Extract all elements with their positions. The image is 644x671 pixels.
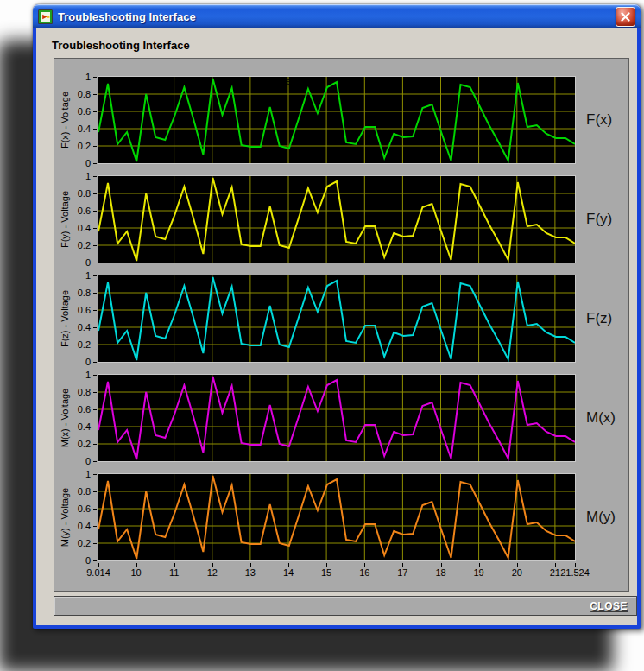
y-tick-label: 0.8 [78,89,91,99]
y-tick-mark [93,427,97,427]
y-tick-mark [93,474,97,475]
x-tick-label: 11 [169,567,179,578]
charts-panel: F(x) - Voltage 10.80.60.40.20 F(x) F(y) … [54,58,629,592]
y-tick-mark [93,146,97,147]
y-tick-label: 0.2 [78,538,91,548]
x-tick-label: 18 [435,567,445,578]
waveform-trace [98,275,575,362]
y-axis-ticks: 10.80.60.40.20 [54,176,98,263]
chart-plot-area [98,175,576,263]
y-axis-ticks: 10.80.60.40.20 [54,77,98,163]
y-axis-ticks: 10.80.60.40.20 [54,375,98,461]
close-icon [621,12,630,22]
waveform-trace [98,176,575,263]
waveform-trace [98,375,575,461]
channel-label: F(y) [586,211,612,228]
y-tick-mark [93,392,97,393]
y-tick-mark [93,327,97,328]
y-tick-label: 0 [85,158,91,168]
channel-label: M(x) [586,409,616,427]
x-tick-mark [326,563,327,567]
y-tick-mark [93,275,97,276]
waveform-trace [98,474,575,560]
y-tick-label: 0.6 [78,106,91,117]
y-tick-label: 0.2 [78,339,91,350]
x-tick-mark [402,563,403,567]
y-tick-mark [93,77,97,78]
x-tick-label: 13 [245,567,256,578]
x-tick-mark [479,563,480,567]
window-close-button[interactable] [616,7,635,27]
waveform-trace [98,77,575,163]
x-tick-mark [136,563,137,567]
x-tick-label: 20 [512,567,522,578]
x-tick-mark [575,563,576,567]
y-tick-label: 1 [85,370,91,380]
chart-plot-area [98,76,576,164]
y-tick-mark [93,163,97,164]
window-client-area: Troubleshooting Interface F(x) - Voltage… [36,28,637,625]
x-tick-mark [555,563,556,567]
y-tick-label: 0.4 [78,223,91,233]
y-tick-label: 1 [85,72,91,82]
waveform-chart: F(y) - Voltage 10.80.60.40.20 F(y) [54,176,628,263]
x-tick-mark [364,563,365,567]
y-tick-mark [93,94,97,95]
y-tick-mark [93,543,97,544]
y-tick-label: 0.6 [78,206,91,216]
waveform-chart: F(x) - Voltage 10.80.60.40.20 F(x) [54,77,628,163]
x-tick-label: 10 [130,567,141,578]
y-tick-label: 0.2 [78,439,91,449]
window-titlebar: Troubleshooting Interface [33,4,641,28]
x-axis-title: Time (sec) [270,76,315,86]
close-button-label: CLOSE [590,600,628,612]
y-tick-mark [93,345,97,345]
y-tick-mark [93,228,97,229]
y-axis-ticks: 10.80.60.40.20 [54,474,98,560]
y-tick-mark [93,362,97,363]
y-tick-mark [93,310,97,311]
y-tick-label: 0 [85,456,91,466]
y-tick-mark [93,263,97,263]
y-tick-mark [93,245,97,246]
y-tick-mark [93,491,97,492]
x-tick-label: 21.524 [560,567,590,578]
y-tick-mark [93,176,97,177]
x-tick-label: 15 [321,567,331,578]
x-tick-mark [441,563,442,567]
y-tick-mark [93,560,97,561]
y-axis-ticks: 10.80.60.40.20 [54,275,98,362]
x-axis: 9.01410111213141516171819202121.524 [98,562,575,590]
channel-label: M(y) [586,509,616,526]
waveform-chart: M(y) - Voltage 10.80.60.40.20 M(y) [54,474,628,560]
y-tick-mark [93,509,97,510]
y-tick-label: 0.4 [78,421,91,432]
x-tick-label: 14 [283,567,294,578]
troubleshooting-window: Troubleshooting Interface Troubleshootin… [33,4,641,629]
x-tick-label: 19 [474,567,484,578]
y-tick-label: 0.4 [78,521,91,531]
channel-label: F(z) [586,310,612,327]
waveform-chart: M(x) - Voltage 10.80.60.40.20 M(x) [54,375,628,461]
y-tick-label: 0.4 [78,322,91,332]
chart-plot-area [98,374,576,462]
y-tick-label: 0.2 [78,240,91,250]
x-tick-mark [288,563,289,567]
y-tick-label: 0.6 [78,404,91,415]
close-button[interactable]: CLOSE [54,596,637,616]
y-tick-mark [93,193,97,194]
y-tick-mark [93,461,97,462]
window-title: Troubleshooting Interface [58,10,610,23]
x-tick-mark [98,563,99,567]
y-tick-label: 0.8 [78,288,91,298]
y-tick-label: 0.8 [78,486,91,497]
x-tick-mark [250,563,251,567]
y-tick-label: 1 [85,469,91,479]
y-tick-mark [93,129,97,130]
y-tick-mark [93,211,97,212]
x-tick-label: 12 [207,567,218,578]
channel-label: F(x) [586,111,612,129]
y-tick-label: 0 [85,257,91,268]
y-tick-label: 1 [85,171,91,181]
y-tick-mark [93,444,97,445]
